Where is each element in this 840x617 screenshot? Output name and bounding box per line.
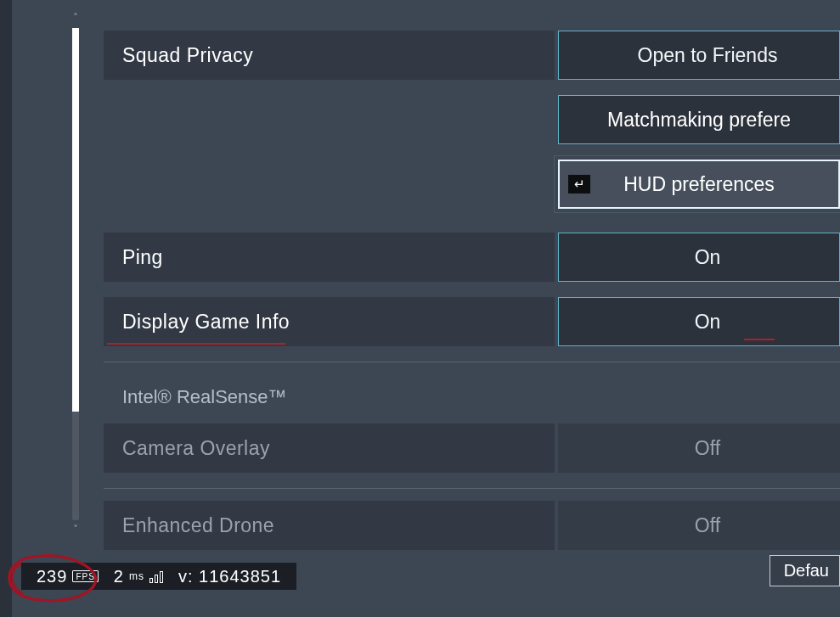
scrollbar[interactable]: ˄ ˅ — [68, 13, 83, 535]
value-squad-privacy[interactable]: Open to Friends — [558, 31, 840, 80]
chevron-up-icon[interactable]: ˄ — [73, 13, 78, 23]
label-enhanced-drone: Enhanced Drone — [104, 501, 555, 550]
divider — [104, 362, 840, 362]
value-enhanced-drone: Off — [558, 501, 840, 550]
signal-bars-icon — [149, 569, 163, 583]
spacer — [104, 160, 558, 209]
value-display-game-info[interactable]: On — [558, 297, 840, 346]
value-ping[interactable]: On — [558, 233, 840, 282]
highlight-underline-icon — [744, 339, 775, 340]
window-edge — [0, 0, 12, 617]
row-camera-overlay: Camera Overlay Off — [104, 423, 840, 473]
row-ping: Ping On — [104, 233, 840, 282]
latency-unit: ms — [129, 570, 144, 582]
row-squad-privacy: Squad Privacy Open to Friends — [104, 31, 840, 80]
row-display-game-info: Display Game Info On — [104, 297, 840, 346]
fps-icon: FPS — [72, 570, 98, 582]
fps-value: 239 — [37, 567, 67, 586]
enter-key-icon: ↵ — [568, 175, 590, 194]
settings-list: Squad Privacy Open to Friends Matchmakin… — [104, 31, 840, 550]
latency-readout: 2 ms — [114, 567, 163, 586]
latency-value: 2 — [114, 567, 124, 586]
scrollbar-track[interactable] — [72, 28, 79, 520]
divider — [104, 488, 840, 489]
label-camera-overlay: Camera Overlay — [104, 423, 555, 473]
hud-preferences-button[interactable]: ↵ HUD preferences — [558, 160, 840, 209]
default-button[interactable]: Defau — [770, 555, 840, 586]
value-camera-overlay: Off — [558, 423, 840, 473]
row-hud-link: ↵ HUD preferences — [104, 160, 840, 209]
fps-readout: 239 FPS — [37, 567, 99, 586]
row-matchmaking-link: Matchmaking prefere — [104, 95, 840, 144]
hud-preferences-label: HUD preferences — [623, 173, 775, 196]
row-enhanced-drone: Enhanced Drone Off — [104, 501, 840, 550]
game-info-overlay: 239 FPS 2 ms v: 11643851 — [21, 563, 296, 590]
label-display-game-info: Display Game Info — [104, 297, 555, 346]
highlight-underline-icon — [107, 343, 285, 345]
spacer — [104, 95, 558, 144]
section-realsense: Intel® RealSense™ — [104, 374, 840, 423]
scrollbar-thumb[interactable] — [72, 28, 79, 412]
version-readout: v: 11643851 — [178, 567, 281, 586]
version-prefix: v: — [178, 567, 194, 586]
version-value: 11643851 — [199, 567, 281, 586]
matchmaking-preferences-button[interactable]: Matchmaking prefere — [558, 95, 840, 144]
label-squad-privacy: Squad Privacy — [104, 31, 555, 80]
chevron-down-icon[interactable]: ˅ — [73, 524, 78, 535]
label-ping: Ping — [104, 233, 555, 282]
value-display-game-info-text: On — [695, 311, 721, 334]
